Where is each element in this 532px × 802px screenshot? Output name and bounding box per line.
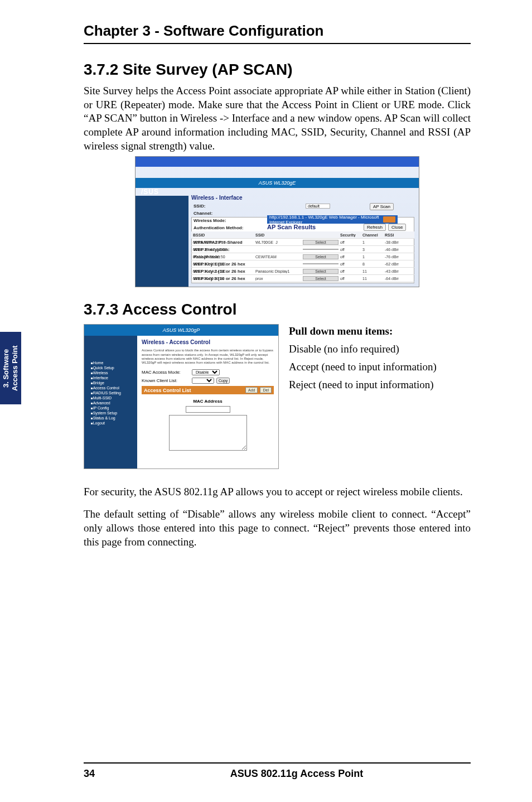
ssid-label: SSID: <box>194 204 245 211</box>
sidebar-item[interactable]: Status & Log <box>88 416 134 421</box>
mac-mode-label: MAC Access Mode: <box>142 370 192 375</box>
sidebar-item[interactable]: RADIUS Setting <box>88 390 134 395</box>
table-row: 00:11:2F:E1:56:50CEWITEAMSelectoff1-76 d… <box>191 253 414 260</box>
menu-item-reject: Reject (need to input information) <box>289 379 471 391</box>
th-rssi: RSSI <box>383 233 399 237</box>
table-row: 00:0E:2F:AC:1C:0Eoff3-46 dBm <box>191 246 414 253</box>
security-paragraph: For security, the ASUS 802.11g AP allows… <box>84 485 471 499</box>
screenshot-access-control: ASUS WL320gP /SUS HomeQuick SetupWireles… <box>84 324 279 469</box>
sidebar-item[interactable]: Access Control <box>88 385 134 390</box>
th-bssid: BSSID <box>191 233 254 237</box>
asus-logo: /SUS <box>141 188 159 196</box>
chapter-title: Chapter 3 - Software Configuration <box>84 22 471 40</box>
wireless-mode-label: Wireless Mode: <box>194 218 245 225</box>
sidebar-item[interactable]: Logout <box>88 421 134 426</box>
popup-titlebar: http://192.168.1.1 - WL320gE Web Manager… <box>267 215 398 224</box>
mac-address-header: MAC Address <box>142 399 274 404</box>
th-security: Security <box>338 233 361 237</box>
sidebar-item[interactable]: Home <box>88 360 134 365</box>
sidebar-item[interactable]: Interface <box>88 375 134 380</box>
copy-button[interactable]: Copy <box>216 378 230 384</box>
mac-mode-select[interactable]: Disable <box>192 369 220 375</box>
side-chapter-tab: 3. Software Access Point <box>0 332 21 404</box>
th-channel: Channel <box>361 233 383 237</box>
table-row: 00:0E:D7:89:00:8Eoff8-62 dBm <box>191 260 414 268</box>
footer-title: ASUS 802.11g Access Point <box>123 768 471 780</box>
wireless-interface-heading: Wireless - Interface <box>191 195 243 201</box>
table-row: 02:18:00:00:00:88proxSelectoff11-64 dBm <box>191 275 414 282</box>
known-client-select[interactable] <box>192 378 214 384</box>
default-setting-paragraph: The default setting of “Disable” allows … <box>84 507 471 549</box>
close-icon[interactable] <box>383 216 395 223</box>
divider <box>84 43 471 44</box>
channel-label: Channel: <box>194 211 245 218</box>
table-row: 00:1F:11:6A:14:1CPanasonic Display1Selec… <box>191 268 414 275</box>
product-banner: ASUS WL320gP <box>84 325 278 336</box>
th-ssid: SSID <box>254 233 303 237</box>
access-control-heading: Wireless - Access Control <box>142 339 274 345</box>
nav-sidebar: HomeQuick SetupWirelessInterfaceBridgeAc… <box>84 336 137 468</box>
sidebar-item[interactable]: Multi-SSID <box>88 395 134 400</box>
product-banner: ASUS WL320gE <box>136 178 419 188</box>
del-button[interactable]: Del <box>260 387 272 393</box>
menu-item-accept: Accept (need to input information) <box>289 361 471 373</box>
popup-title-text: http://192.168.1.1 - WL320gE Web Manager… <box>269 215 383 225</box>
sidebar-item[interactable]: Wireless <box>88 370 134 375</box>
page-number: 34 <box>84 768 123 780</box>
sidebar-item[interactable]: Quick Setup <box>88 365 134 370</box>
ssid-value[interactable]: default <box>306 204 330 209</box>
acl-title: Access Control List <box>144 388 191 393</box>
mac-address-input[interactable] <box>186 406 230 413</box>
mac-address-list[interactable] <box>169 415 247 451</box>
screenshot-site-survey: ASUS WL320gE /SUS Wireless - Interface S… <box>135 156 419 287</box>
menu-item-disable: Disable (no info required) <box>289 343 471 355</box>
add-button[interactable]: Add <box>245 387 258 393</box>
close-button[interactable]: Close <box>388 224 406 231</box>
section-heading-access-control: 3.7.3 Access Control <box>84 301 471 318</box>
pulldown-menu-heading: Pull down menu items: <box>289 325 471 337</box>
ap-scan-button[interactable]: AP Scan <box>370 203 394 210</box>
access-control-description: Access Control allows you to block the a… <box>142 349 274 365</box>
ap-scan-results-heading: AP Scan Results <box>267 224 316 230</box>
site-survey-paragraph: Site Survey helps the Access Point assoc… <box>84 84 471 153</box>
footer-divider <box>84 762 471 764</box>
sidebar-item[interactable]: Bridge <box>88 380 134 385</box>
sidebar-item[interactable]: IP Config <box>88 405 134 410</box>
sidebar-item[interactable]: System Setup <box>88 410 134 416</box>
acl-header: Access Control List Add Del <box>142 386 274 394</box>
nav-sidebar <box>136 196 188 287</box>
ap-results-table: BSSID SSID Security Channel RSSI 00:1E:F… <box>191 231 414 282</box>
sidebar-item[interactable]: Advanced <box>88 400 134 405</box>
known-client-label: Known Client List: <box>142 378 192 383</box>
refresh-button[interactable]: Refresh <box>364 224 386 231</box>
table-row: 00:1E:F2:6A:20:1FWL700GE_JSelectoff1-38 … <box>191 239 414 246</box>
section-heading-site-survey: 3.7.2 Site Survey (AP SCAN) <box>84 61 471 79</box>
